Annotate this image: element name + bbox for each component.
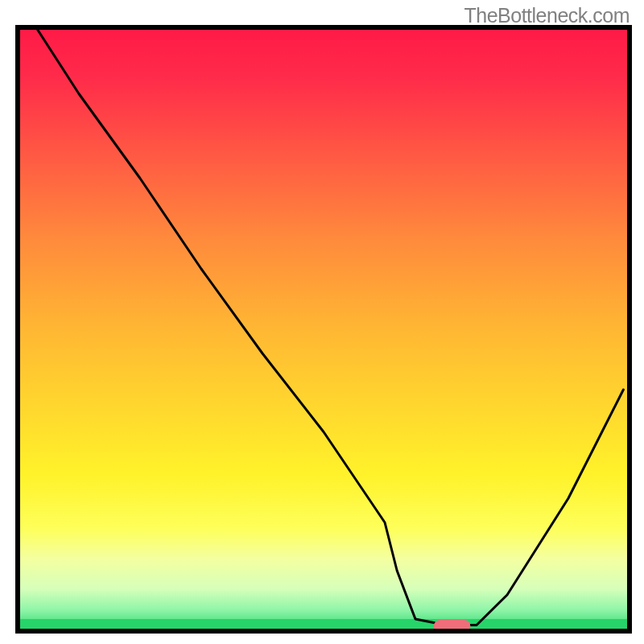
svg-rect-1 (18, 27, 630, 631)
chart-container: TheBottleneck.com (0, 0, 644, 644)
bottleneck-chart (0, 0, 644, 644)
watermark: TheBottleneck.com (464, 4, 630, 27)
